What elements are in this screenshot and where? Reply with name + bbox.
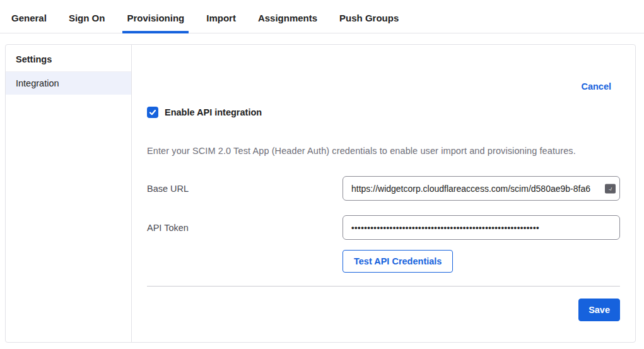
cancel-link[interactable]: Cancel xyxy=(581,81,611,92)
base-url-input[interactable] xyxy=(342,176,620,201)
checkmark-icon xyxy=(149,109,156,116)
base-url-label: Base URL xyxy=(147,184,342,194)
save-button[interactable]: Save xyxy=(578,299,620,321)
tab-import[interactable]: Import xyxy=(202,1,240,33)
base-url-input-wrap: -/ xyxy=(342,176,620,201)
integration-settings-content: Cancel Enable API integration Enter your… xyxy=(132,45,635,342)
cancel-row: Cancel xyxy=(147,45,620,92)
footer-divider xyxy=(147,286,620,287)
tab-provisioning[interactable]: Provisioning xyxy=(122,1,189,33)
provisioning-panel: Settings Integration Cancel Enable API i… xyxy=(5,44,636,343)
settings-sidebar: Settings Integration xyxy=(6,45,132,342)
enable-api-label: Enable API integration xyxy=(165,107,262,117)
test-api-credentials-button[interactable]: Test API Credentials xyxy=(342,250,453,273)
api-token-row: API Token xyxy=(147,215,620,240)
enable-api-checkbox[interactable] xyxy=(147,107,158,118)
app-tab-bar: General Sign On Provisioning Import Assi… xyxy=(0,0,644,33)
test-credentials-row: Test API Credentials xyxy=(342,250,620,273)
save-row: Save xyxy=(147,299,620,321)
api-token-input-wrap xyxy=(342,215,620,240)
api-token-label: API Token xyxy=(147,223,342,233)
base-url-row: Base URL -/ xyxy=(147,176,620,201)
credentials-description: Enter your SCIM 2.0 Test App (Header Aut… xyxy=(147,146,620,156)
tab-assignments[interactable]: Assignments xyxy=(254,1,322,33)
sidebar-heading: Settings xyxy=(6,45,131,72)
tab-push-groups[interactable]: Push Groups xyxy=(335,1,403,33)
enable-api-row: Enable API integration xyxy=(147,107,620,118)
tab-sign-on[interactable]: Sign On xyxy=(64,1,110,33)
tab-general[interactable]: General xyxy=(7,1,51,33)
sidebar-item-integration[interactable]: Integration xyxy=(6,72,131,95)
api-token-input[interactable] xyxy=(342,215,620,240)
